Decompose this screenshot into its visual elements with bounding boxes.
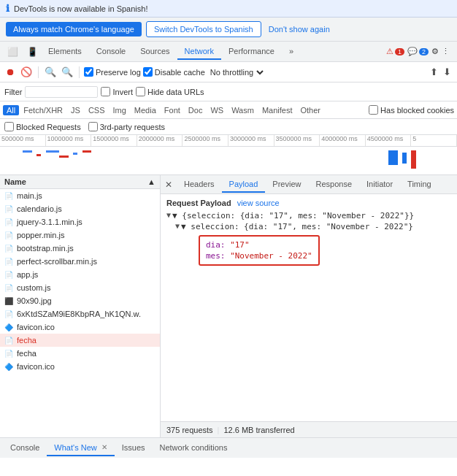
third-party-label[interactable]: 3rd-party requests [88, 122, 165, 131]
filter-icon[interactable]: 🔍 [43, 65, 58, 79]
file-name: bootstrap.min.js [17, 244, 74, 253]
file-item-main-js[interactable]: 📄 main.js [0, 189, 160, 202]
search-icon[interactable]: 🔍 [60, 65, 74, 79]
message-badge: 2 [419, 48, 429, 55]
type-btn-img[interactable]: Img [110, 105, 130, 115]
inspect-icon[interactable]: ⬜ [4, 45, 21, 58]
tick-10: 5 [411, 135, 457, 146]
switch-devtools-button[interactable]: Switch DevTools to Spanish [146, 21, 261, 37]
file-item-fecha2[interactable]: 📄 fecha [0, 347, 160, 360]
invert-checkbox[interactable] [101, 87, 110, 96]
tab-timing[interactable]: Timing [400, 177, 439, 193]
type-btn-wasm[interactable]: Wasm [228, 105, 258, 115]
file-item-bootstrap[interactable]: 📄 bootstrap.min.js [0, 242, 160, 255]
tab-sources[interactable]: Sources [133, 44, 177, 60]
message-icon[interactable]: 💬2 [407, 47, 429, 56]
always-match-button[interactable]: Always match Chrome's language [6, 22, 142, 37]
payload-tree: ▼ ▼ {seleccion: {dia: "17", mes: "Novemb… [166, 210, 451, 269]
type-btn-ws[interactable]: WS [207, 105, 227, 115]
file-name: fecha [17, 349, 37, 358]
has-blocked-checkbox[interactable] [369, 105, 378, 115]
tree-dia: dia: "17" [206, 239, 312, 250]
error-icon[interactable]: ⚠1 [386, 47, 404, 56]
timeline-bars [0, 147, 457, 174]
type-btn-js[interactable]: JS [67, 105, 84, 115]
bottom-tab-issues[interactable]: Issues [115, 440, 153, 456]
file-item-app[interactable]: 📄 app.js [0, 268, 160, 281]
file-icon-js: 📄 [4, 205, 13, 213]
tree-child-label: ▼ seleccion: {dia: "17", mes: "November … [181, 222, 413, 231]
filter-bar: Filter Invert Hide data URLs [0, 82, 457, 101]
disable-cache-label[interactable]: Disable cache [143, 67, 205, 77]
record-icon[interactable]: ⏺ [4, 65, 17, 79]
tree-dia-key: dia: [206, 240, 226, 250]
import-icon[interactable]: ⬆ [429, 65, 439, 79]
bottom-tab-console[interactable]: Console [3, 440, 47, 456]
hide-data-urls-checkbox[interactable] [136, 87, 145, 96]
tab-performance[interactable]: Performance [221, 44, 282, 60]
tab-elements[interactable]: Elements [41, 44, 89, 60]
tab-response[interactable]: Response [308, 177, 359, 193]
bottom-tab-whats-new[interactable]: What's New ✕ [47, 440, 114, 456]
type-btn-css[interactable]: CSS [85, 105, 109, 115]
type-btn-manifest[interactable]: Manifest [258, 105, 296, 115]
close-detail-button[interactable]: ✕ [161, 177, 177, 193]
network-toolbar: ⏺ 🚫 🔍 🔍 Preserve log Disable cache No th… [0, 62, 457, 82]
type-btn-fetch[interactable]: Fetch/XHR [20, 105, 66, 115]
tab-network[interactable]: Network [177, 44, 221, 60]
bottom-tab-issues-label: Issues [122, 443, 145, 452]
preserve-log-label[interactable]: Preserve log [84, 67, 141, 77]
tab-initiator[interactable]: Initiator [359, 177, 400, 193]
close-whats-new-icon[interactable]: ✕ [101, 443, 107, 451]
file-item-fecha1[interactable]: 📄 fecha [0, 334, 160, 347]
tree-seleccion[interactable]: ▼ ▼ seleccion: {dia: "17", mes: "Novembe… [175, 221, 451, 232]
blocked-requests-label[interactable]: Blocked Requests [4, 122, 81, 131]
dont-show-link[interactable]: Don't show again [269, 25, 330, 34]
bottom-tab-network-conditions[interactable]: Network conditions [153, 440, 235, 456]
file-item-favicon2[interactable]: 🔷 favicon.ico [0, 360, 160, 373]
tab-more[interactable]: » [282, 44, 301, 60]
file-icon-ico: 🔷 [4, 323, 13, 331]
file-item-calendario[interactable]: 📄 calendario.js [0, 202, 160, 215]
tab-headers[interactable]: Headers [177, 177, 222, 193]
tab-payload[interactable]: Payload [222, 177, 266, 193]
file-item-popper[interactable]: 📄 popper.min.js [0, 229, 160, 242]
type-btn-media[interactable]: Media [131, 105, 160, 115]
bottom-tab-whats-new-label: What's New [54, 443, 96, 452]
file-item-6xktd[interactable]: 📄 6xKtdSZaM9iE8KbpRA_hK1QN.w. [0, 307, 160, 320]
view-source-link[interactable]: view source [237, 199, 280, 207]
type-btn-all[interactable]: All [3, 105, 19, 115]
payload-content: Request Payload view source ▼ ▼ {selecci… [161, 194, 457, 421]
tab-preview[interactable]: Preview [265, 177, 308, 193]
export-icon[interactable]: ⬇ [442, 65, 453, 79]
file-item-favicon1[interactable]: 🔷 favicon.ico [0, 320, 160, 334]
filter-input[interactable] [25, 86, 98, 98]
type-btn-font[interactable]: Font [161, 105, 184, 115]
tree-root[interactable]: ▼ ▼ {seleccion: {dia: "17", mes: "Novemb… [166, 210, 451, 221]
file-item-jquery[interactable]: 📄 jquery-3.1.1.min.js [0, 215, 160, 229]
file-name: app.js [17, 270, 38, 279]
type-btn-doc[interactable]: Doc [185, 105, 207, 115]
file-item-perfect-scrollbar[interactable]: 📄 perfect-scrollbar.min.js [0, 255, 160, 268]
disable-cache-checkbox[interactable] [143, 67, 153, 77]
file-name: 6xKtdSZaM9iE8KbpRA_hK1QN.w. [17, 310, 141, 318]
clear-icon[interactable]: 🚫 [19, 65, 34, 79]
blocked-requests-checkbox[interactable] [4, 122, 14, 131]
sort-icon[interactable]: ▲ [147, 177, 155, 186]
tab-console[interactable]: Console [89, 44, 133, 60]
preserve-log-checkbox[interactable] [84, 67, 93, 77]
hide-data-urls-label[interactable]: Hide data URLs [136, 87, 204, 96]
file-item-90x90[interactable]: ⬛ 90x90.jpg [0, 294, 160, 307]
device-icon[interactable]: 📱 [24, 45, 41, 58]
settings-icon[interactable]: ⚙ [431, 47, 439, 56]
tree-toggle-child[interactable]: ▼ [175, 222, 180, 230]
tree-toggle-root[interactable]: ▼ [166, 211, 171, 219]
invert-label[interactable]: Invert [101, 87, 133, 96]
third-party-checkbox[interactable] [88, 122, 98, 131]
more-icon[interactable]: ⋮ [442, 47, 450, 56]
throttle-select[interactable]: No throttling [207, 67, 266, 77]
type-btn-other[interactable]: Other [296, 105, 324, 115]
file-icon-ico2: 🔷 [4, 363, 13, 371]
file-icon-js: 📄 [4, 284, 13, 292]
file-item-custom[interactable]: 📄 custom.js [0, 281, 160, 294]
